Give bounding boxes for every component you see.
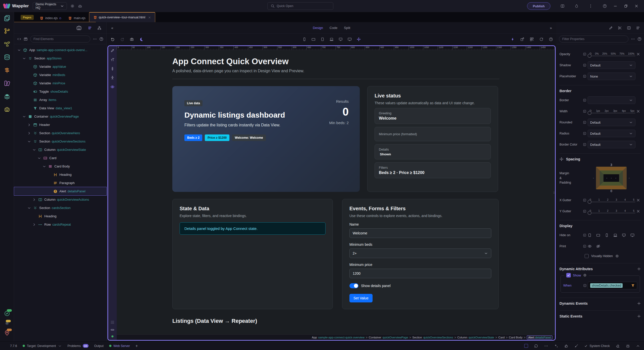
device-desktop-icon[interactable] [339, 37, 343, 41]
caret-closed-icon[interactable] [27, 123, 31, 127]
components-icon[interactable] [24, 37, 28, 41]
outline-toggle-icon[interactable] [110, 328, 114, 332]
tree-item-quickoverviewsections[interactable]: SectionquickOverviewSections [14, 137, 106, 146]
minimize-button[interactable] [613, 4, 617, 8]
share-icon[interactable] [520, 37, 524, 41]
caret-closed-icon[interactable] [32, 223, 36, 227]
caret-open-icon[interactable] [22, 115, 26, 119]
caret-open-icon[interactable] [27, 206, 31, 210]
add-dynamic-event-icon[interactable] [637, 301, 641, 305]
more-menu-icon[interactable] [589, 4, 593, 8]
preview-eye-icon[interactable] [110, 85, 114, 89]
y-gutter-slider[interactable]: 012345 [588, 209, 635, 213]
breadcrumb-segment[interactable]: Section [412, 336, 422, 339]
set-value-button[interactable]: Set Value [349, 294, 373, 302]
tree-item-cardsrepeat[interactable]: RowcardsRepeat [14, 220, 106, 229]
view-tab-code[interactable]: Code [330, 26, 337, 30]
show-checkbox[interactable] [566, 273, 571, 277]
theme-icon[interactable] [575, 4, 579, 8]
tree-tool-robot-icon[interactable] [76, 25, 82, 31]
tree-item-sample-app-connect-quick-overvi-[interactable]: Appsample-app-connect-quick-overvi... [14, 46, 106, 54]
target-selector[interactable]: Target: Development [23, 344, 62, 348]
styles-icon[interactable] [4, 80, 10, 87]
output-button[interactable]: Output [94, 344, 104, 348]
shadow-select[interactable]: Default [588, 61, 635, 69]
status-thumb-icon[interactable] [564, 344, 568, 348]
tree-tool-orgtree-icon[interactable] [97, 26, 101, 30]
undo-icon[interactable] [111, 37, 115, 41]
find-elements-input[interactable]: Find Elements [30, 36, 90, 43]
clear-opacity-icon[interactable] [635, 52, 641, 56]
tree-item-cardssection[interactable]: SectioncardsSection [14, 204, 106, 212]
grid-toggle-icon[interactable] [110, 320, 114, 324]
props-more-icon[interactable] [631, 37, 635, 41]
accessibility-icon[interactable] [110, 76, 114, 80]
file-tab[interactable]: main.ejs [65, 14, 89, 22]
tree-item-card-body[interactable]: Card Body [14, 162, 106, 170]
publish-button[interactable]: Publish [527, 2, 550, 10]
status-bug-icon[interactable] [626, 344, 630, 348]
status-chevup-icon[interactable] [636, 344, 640, 348]
print-eye-icon[interactable] [588, 244, 592, 248]
camera-icon[interactable] [130, 37, 134, 41]
clear-y-gutter-icon[interactable] [635, 209, 641, 213]
layers-icon[interactable] [4, 93, 10, 100]
device-laptop-icon[interactable] [330, 37, 334, 41]
border-color-select[interactable]: Default [588, 141, 635, 148]
nodes-icon[interactable] [4, 41, 10, 47]
problems-button[interactable]: Problems 1/1 [67, 344, 89, 348]
placeholder-select[interactable]: None [588, 73, 635, 80]
breadcrumb-segment[interactable]: Card [498, 336, 505, 339]
opacity-slider[interactable]: D0%25%50%75%100% [588, 52, 635, 56]
add-dynamic-attribute-icon[interactable] [637, 267, 641, 271]
caret-open-icon[interactable] [37, 156, 41, 160]
props-pencil-icon[interactable] [609, 26, 613, 30]
breadcrumb-segment[interactable]: Column [457, 336, 467, 339]
status-dots3h-icon[interactable] [544, 344, 548, 348]
panel-splitter-handle[interactable]: ⁞⁞ [553, 191, 555, 194]
split-view-icon[interactable] [560, 4, 565, 8]
min-price-input[interactable]: 1200 [349, 269, 491, 278]
hide-on-laptop-icon[interactable] [613, 233, 617, 237]
tree-item-quickoverviewstate[interactable]: ColumnquickOverviewState [14, 146, 106, 154]
hide-on-phone-icon[interactable] [605, 233, 609, 237]
hide-on-monitor-icon[interactable] [630, 233, 634, 237]
tree-item-showdetails[interactable]: ToggleshowDetails [14, 87, 106, 96]
moon-icon[interactable] [139, 37, 143, 41]
status-sparkles-icon[interactable] [554, 344, 558, 348]
props-bars-icon[interactable] [636, 26, 640, 30]
caret-open-icon[interactable] [32, 148, 36, 152]
show-details-toggle[interactable] [349, 283, 358, 288]
refresh-icon[interactable] [539, 37, 543, 41]
breadcrumb-selected[interactable]: AlertdetailsPanel [527, 335, 552, 339]
status-refreshcw-icon[interactable] [534, 344, 538, 348]
tree-item-items[interactable]: Arrayitems [14, 96, 106, 104]
tree-item-card[interactable]: Card [14, 154, 106, 162]
device-phone-icon[interactable] [302, 37, 306, 41]
tree-item-header[interactable]: Header [14, 121, 106, 129]
device-move-icon[interactable] [357, 37, 361, 41]
robot-icon[interactable] [4, 106, 10, 113]
status-broom-icon[interactable] [574, 344, 578, 348]
hide-on-tabletp-icon[interactable] [588, 233, 592, 237]
tree-item-minprice[interactable]: VariableminPrice [14, 79, 106, 87]
tree-help-icon[interactable] [99, 37, 103, 41]
expand-panel-icon[interactable]: » [550, 26, 552, 30]
tree-item-minbeds[interactable]: VariableminBeds [14, 71, 106, 79]
tree-item-heading[interactable]: Heading [14, 212, 106, 220]
view-tab-split[interactable]: Split [344, 26, 350, 30]
data-picker-icon[interactable] [631, 284, 635, 288]
project-settings-icon[interactable] [70, 4, 74, 8]
hide-on-tabletl-icon[interactable] [596, 233, 600, 237]
print-eyeslash-icon[interactable] [596, 244, 600, 248]
tree-item-heading[interactable]: Heading [14, 170, 106, 179]
files-icon[interactable] [4, 15, 10, 21]
cloud-sync-icon[interactable] [78, 4, 82, 8]
border-select[interactable] [588, 96, 635, 104]
file-tab[interactable]: index.ejs [36, 14, 65, 22]
qr-icon[interactable] [530, 37, 534, 41]
caret-open-icon[interactable] [27, 139, 31, 144]
status-eraser-icon[interactable] [616, 344, 620, 348]
props-help-icon[interactable] [637, 37, 641, 41]
rounded-select[interactable]: Default [588, 119, 635, 126]
